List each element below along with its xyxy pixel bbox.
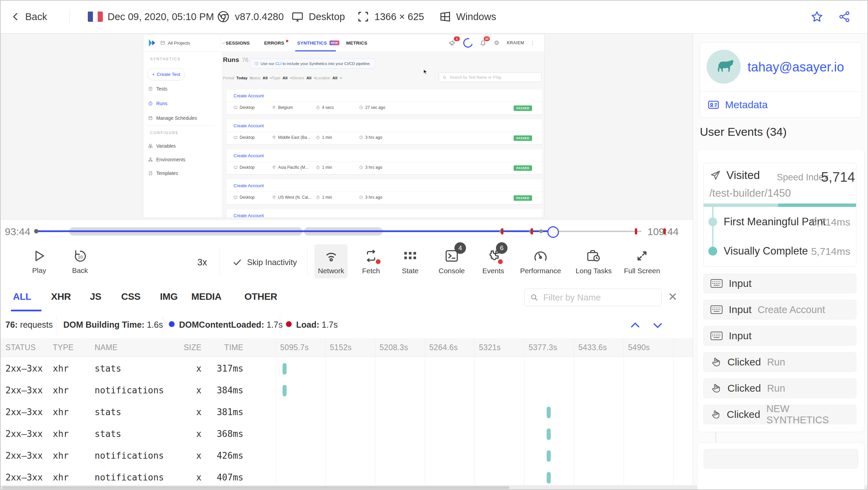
console-panel-button[interactable]: 4 Console	[435, 244, 468, 278]
filter-period[interactable]: PeriodToday	[223, 76, 253, 80]
tab-img[interactable]: IMG	[160, 291, 178, 302]
skip-inactivity-toggle[interactable]: Skip Inactivity	[225, 242, 304, 282]
run-card[interactable]: Create Account Desktop Middle East (Ba..…	[227, 119, 542, 144]
metadata-button[interactable]: Metadata	[707, 99, 768, 111]
hyena-icon	[712, 59, 735, 75]
network-request-row[interactable]: 2xx–3xxxhrstatsx368ms	[0, 423, 693, 445]
notifications-bell-icon: 33	[479, 34, 487, 51]
performance-panel-button[interactable]: Performance	[517, 244, 564, 278]
jump-previous-button[interactable]	[629, 319, 641, 331]
error-marker[interactable]	[635, 228, 637, 234]
events-alert-dot	[498, 259, 503, 264]
pointer-hand-icon	[710, 383, 721, 394]
speed-toggle[interactable]: 3x	[190, 242, 214, 282]
visited-url: /test-builder/1450	[709, 187, 791, 199]
test-search-box[interactable]	[439, 72, 542, 82]
timeline-track[interactable]	[552, 231, 641, 232]
waterfall-bar[interactable]	[547, 428, 551, 440]
location-pin-icon	[272, 135, 276, 140]
tab-media[interactable]: MEDIA	[191, 291, 222, 302]
domcontentloaded-dot	[169, 321, 175, 327]
state-panel-button[interactable]: State	[394, 244, 427, 278]
tab-css[interactable]: CSS	[121, 291, 141, 302]
divider	[700, 91, 861, 92]
network-request-row[interactable]: 2xx–3xxxhrnotificationsx426ms	[0, 445, 693, 467]
play-button[interactable]: Play	[26, 244, 53, 278]
announcements-count: 1	[454, 36, 460, 41]
replayed-page-canvas[interactable]: All Projects SESSIONS ERRORS SYNTHETICS …	[143, 34, 545, 218]
close-icon[interactable]: ✕	[668, 290, 678, 304]
id-card-icon	[707, 99, 720, 111]
sidebar-item-environments: Environments	[148, 157, 186, 162]
divider	[280, 315, 280, 335]
network-panel-button[interactable]: Network	[315, 244, 348, 278]
share-button[interactable]	[838, 0, 851, 33]
event-item-input[interactable]: Input	[703, 274, 856, 293]
event-item-clicked[interactable]: Clicked NEW SYNTHETICS	[703, 405, 856, 424]
settings-gear-icon: ⚙	[494, 34, 499, 51]
test-search-input[interactable]	[449, 75, 538, 80]
user-avatar	[707, 50, 741, 84]
stopwatch-icon	[148, 101, 153, 106]
playhead-handle[interactable]	[547, 226, 559, 238]
tab-other[interactable]: OTHER	[244, 291, 277, 302]
filter-device[interactable]: DeviceAll	[292, 76, 317, 80]
tab-js[interactable]: JS	[90, 291, 101, 302]
timeline-progress[interactable]	[37, 230, 552, 232]
network-request-row[interactable]: 2xx–3xxxhrstatsx381ms	[0, 402, 693, 423]
filter-type[interactable]: TypeAll	[272, 76, 293, 80]
network-request-row[interactable]: 2xx–3xxxhrnotificationsx384ms	[0, 380, 693, 402]
time-col: 5152s	[330, 343, 352, 352]
app-logo-icon	[147, 34, 156, 51]
filter-input[interactable]	[543, 292, 656, 303]
back-button[interactable]: Back	[11, 0, 47, 33]
filter-location[interactable]: LocationAll	[316, 76, 342, 80]
waterfall-bar[interactable]	[547, 472, 551, 484]
cli-link[interactable]: CLI	[275, 62, 282, 66]
fmp-value: 5,714ms	[796, 216, 850, 228]
waterfall-bar[interactable]	[283, 385, 287, 396]
tab-xhr[interactable]: XHR	[51, 291, 71, 302]
filter-status[interactable]: StatusAll	[250, 76, 273, 80]
long-tasks-panel-button[interactable]: Long Tasks	[570, 244, 617, 278]
announcements-icon: 1	[448, 34, 456, 51]
error-marker[interactable]	[531, 228, 533, 234]
star-icon	[810, 10, 824, 23]
tab-all[interactable]: ALL	[13, 291, 31, 302]
fullscreen-button[interactable]: Full Screen	[618, 244, 666, 278]
run-card[interactable]: Create Account Desktop Asia Pacific (M..…	[227, 149, 542, 174]
domcontentloaded-time: DOMContentLoaded: 1.7s	[179, 320, 283, 330]
event-item-clicked[interactable]: Clicked Run	[703, 378, 856, 398]
network-request-row[interactable]: 2xx–3xxxhrstatsx317ms	[0, 358, 693, 380]
visited-label: Visited	[726, 169, 760, 182]
play-icon	[32, 248, 47, 263]
run-card[interactable]: Create Account Desktop US West (N. Cal..…	[227, 179, 542, 204]
event-dot[interactable]	[539, 229, 543, 233]
event-item-clicked[interactable]: Clicked Run	[703, 352, 856, 372]
monitor-icon	[291, 10, 304, 23]
waterfall-bar[interactable]	[283, 363, 287, 375]
waterfall-bar[interactable]	[547, 450, 551, 462]
playback-timeline: 93:44 109:44	[0, 219, 693, 243]
metric-connector-line	[712, 206, 713, 252]
filter-box[interactable]	[524, 289, 662, 306]
jump-next-button[interactable]	[652, 319, 664, 331]
event-item-input[interactable]: Input Create Account	[703, 300, 856, 320]
favorite-button[interactable]	[810, 0, 824, 33]
location-pin-icon	[272, 105, 276, 110]
back-10s-button[interactable]: 10 Back	[66, 244, 94, 278]
waterfall-bar[interactable]	[547, 407, 551, 418]
check-icon	[232, 257, 242, 267]
error-marker[interactable]	[663, 228, 666, 234]
fetch-panel-button[interactable]: Fetch	[355, 244, 387, 278]
run-card[interactable]: Create Account Desktop Canada (Central) …	[227, 209, 542, 218]
event-item[interactable]	[704, 449, 858, 469]
run-card[interactable]: Create Account Desktop Belgium 4 secs 27…	[227, 89, 542, 114]
events-panel-button[interactable]: 6 Events	[477, 244, 510, 278]
user-events-title: User Events (34)	[700, 125, 787, 138]
scrollbar-thumb[interactable]	[2, 486, 509, 489]
event-item-input[interactable]: Input	[703, 326, 856, 346]
user-email-link[interactable]: tahay@asayer.io	[748, 60, 844, 75]
error-marker[interactable]	[501, 228, 503, 234]
stopwatch-icon	[316, 135, 320, 140]
